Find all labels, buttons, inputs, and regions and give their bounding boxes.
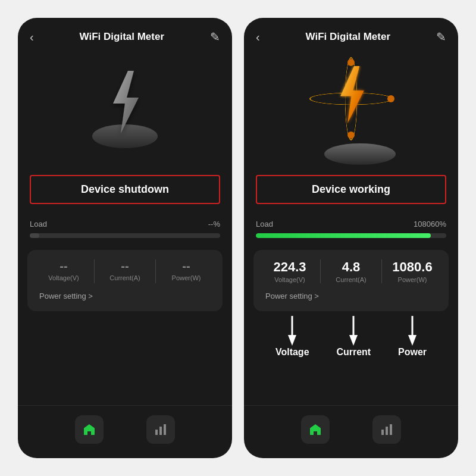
left-progress-bar-fill	[30, 233, 39, 238]
lightning-inactive-icon	[104, 71, 146, 148]
left-status-box: Device shutdown	[30, 175, 220, 204]
power-annotation: Power	[398, 316, 427, 358]
right-bottom-nav	[244, 405, 458, 458]
right-nav-home-button[interactable]	[301, 415, 330, 444]
svg-rect-13	[390, 424, 392, 435]
left-current-value: --	[121, 259, 129, 273]
svg-rect-3	[164, 424, 166, 435]
right-load-section: Load 108060%	[244, 210, 458, 243]
orbit-dot-2	[387, 95, 394, 102]
left-voltage-label: Voltage(V)	[48, 274, 79, 281]
left-edit-button[interactable]: ✎	[210, 30, 220, 44]
left-load-section: Load --%	[18, 210, 232, 243]
right-current-label: Current(A)	[336, 276, 366, 283]
svg-rect-11	[381, 430, 384, 435]
left-header: ‹ WiFi Digital Meter ✎	[18, 18, 232, 50]
orbit-container	[306, 54, 396, 143]
power-annotation-label: Power	[398, 347, 427, 358]
left-voltage-value: --	[60, 259, 67, 273]
voltage-arrow-icon	[286, 316, 299, 346]
current-arrow-icon	[347, 316, 360, 346]
right-platform-shadow	[324, 143, 396, 165]
orbit-dot-3	[347, 131, 355, 139]
right-metrics-row: 224.3 Voltage(V) 4.8 Current(A) 1080.6 P…	[259, 259, 443, 283]
left-status-text: Device shutdown	[81, 183, 169, 196]
orbit-dot-1	[347, 59, 355, 66]
svg-marker-10	[408, 335, 416, 346]
left-metrics-row: -- Voltage(V) -- Current(A) -- Power(W)	[33, 259, 217, 283]
power-arrow-icon	[406, 316, 419, 346]
right-voltage-metric: 224.3 Voltage(V)	[259, 259, 320, 283]
left-nav-home-button[interactable]	[75, 415, 104, 444]
right-voltage-label: Voltage(V)	[274, 276, 305, 283]
right-header-title: WiFi Digital Meter	[306, 31, 390, 43]
right-header: ‹ WiFi Digital Meter ✎	[244, 18, 458, 50]
svg-rect-2	[159, 427, 162, 435]
left-phone-card: ‹ WiFi Digital Meter ✎ Devi	[18, 18, 232, 458]
current-annotation: Current	[336, 316, 371, 358]
right-progress-bar-bg	[256, 233, 446, 238]
svg-marker-8	[349, 335, 358, 346]
svg-rect-1	[155, 430, 158, 435]
right-current-value: 4.8	[342, 259, 361, 275]
left-current-label: Current(A)	[109, 274, 140, 281]
right-back-button[interactable]: ‹	[256, 30, 260, 44]
svg-rect-12	[386, 427, 388, 435]
right-load-value: 108060%	[414, 220, 446, 228]
left-bottom-nav	[18, 405, 232, 458]
left-current-metric: -- Current(A)	[95, 259, 155, 283]
current-annotation-label: Current	[336, 347, 371, 358]
left-header-title: WiFi Digital Meter	[80, 31, 164, 43]
right-power-metric: 1080.6 Power(W)	[382, 259, 443, 283]
right-phone-card: ‹ WiFi Digital Meter ✎	[244, 18, 458, 458]
left-power-value: --	[182, 259, 190, 273]
right-current-metric: 4.8 Current(A)	[321, 259, 381, 283]
left-progress-bar-bg	[30, 233, 220, 238]
lightning-active-icon	[332, 66, 371, 131]
right-power-value: 1080.6	[392, 259, 432, 275]
right-illustration	[244, 50, 458, 169]
left-nav-chart-button[interactable]	[146, 415, 175, 444]
right-edit-button[interactable]: ✎	[436, 30, 446, 44]
left-voltage-metric: -- Voltage(V)	[33, 259, 94, 283]
left-back-button[interactable]: ‹	[30, 30, 34, 44]
right-load-label: Load	[256, 220, 273, 228]
right-metrics-card: 224.3 Voltage(V) 4.8 Current(A) 1080.6 P…	[253, 250, 449, 311]
right-voltage-value: 224.3	[273, 259, 306, 275]
voltage-annotation: Voltage	[275, 316, 309, 358]
left-power-setting-link[interactable]: Power setting >	[33, 290, 217, 305]
svg-marker-0	[113, 71, 139, 133]
right-progress-bar-fill	[256, 233, 431, 238]
annotations-row: Voltage Current Power	[244, 311, 458, 358]
right-nav-chart-button[interactable]	[372, 415, 401, 444]
left-illustration	[18, 50, 232, 169]
left-load-value: --%	[208, 220, 220, 228]
right-status-text: Device working	[312, 183, 390, 196]
left-power-metric: -- Power(W)	[156, 259, 217, 283]
svg-marker-6	[288, 335, 296, 346]
left-power-label: Power(W)	[172, 274, 201, 281]
left-metrics-card: -- Voltage(V) -- Current(A) -- Power(W) …	[27, 250, 223, 311]
right-power-setting-link[interactable]: Power setting >	[259, 290, 443, 305]
right-status-box: Device working	[256, 175, 446, 204]
voltage-annotation-label: Voltage	[275, 347, 309, 358]
svg-marker-4	[340, 66, 364, 123]
right-power-label: Power(W)	[398, 276, 427, 283]
left-load-label: Load	[30, 220, 47, 228]
